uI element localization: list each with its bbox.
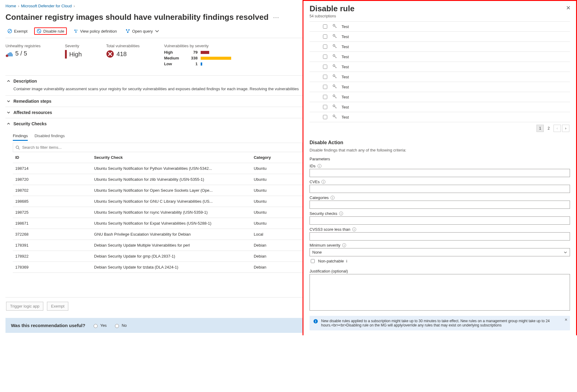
ids-input[interactable] — [310, 169, 570, 177]
section-description[interactable]: Description — [5, 76, 303, 87]
securitychecks-input[interactable] — [310, 216, 570, 225]
info-icon[interactable]: i — [331, 196, 335, 200]
subscription-checkbox[interactable] — [323, 34, 327, 39]
info-icon[interactable]: i — [339, 212, 343, 216]
section-security-checks[interactable]: Security Checks — [5, 118, 303, 129]
more-icon[interactable]: ⋯ — [273, 14, 279, 20]
table-row[interactable]: 178391Debian Security Update Multiple Vu… — [13, 240, 303, 251]
cell-security-check: Ubuntu Security Notification for Python … — [92, 163, 251, 174]
info-icon[interactable]: i — [321, 180, 325, 184]
subscription-row[interactable]: Test — [310, 92, 570, 102]
page-prev[interactable]: ‹ — [554, 125, 561, 132]
close-icon[interactable]: ✕ — [566, 5, 571, 11]
tab-findings[interactable]: Findings — [13, 132, 28, 141]
table-row[interactable]: 198714Ubuntu Security Notification for P… — [13, 163, 303, 174]
col-id[interactable]: ID — [13, 152, 92, 163]
exempt-button-footer[interactable]: Exempt — [47, 302, 68, 311]
findings-search[interactable] — [13, 143, 303, 152]
table-row[interactable]: 372268GNU Bash Privilege Escalation Vuln… — [13, 229, 303, 240]
subscription-checkbox[interactable] — [323, 55, 327, 59]
subscription-checkbox[interactable] — [323, 45, 327, 49]
page-2[interactable]: 2 — [545, 125, 552, 132]
subscription-checkbox[interactable] — [323, 65, 327, 69]
cell-id: 178922 — [13, 251, 92, 262]
table-row[interactable]: 198720Ubuntu Security Notification for z… — [13, 174, 303, 185]
subscription-checkbox[interactable] — [323, 85, 327, 89]
subscription-list: Test Test Test Test Test Test Test Test … — [310, 21, 570, 122]
subscription-name: Test — [342, 85, 349, 89]
cell-category: Ubuntu — [251, 185, 303, 196]
justification-label: Justification (optional) — [310, 269, 348, 273]
feedback-yes[interactable]: Yes — [92, 323, 107, 328]
breadcrumb-mdc[interactable]: Microsoft Defender for Cloud — [21, 4, 72, 8]
cell-security-check: Ubuntu Security Notification for Open Se… — [92, 185, 251, 196]
cves-input[interactable] — [310, 185, 570, 193]
cell-category: Ubuntu — [251, 207, 303, 218]
sev-high-count: 79 — [185, 50, 198, 55]
categories-input[interactable] — [310, 201, 570, 209]
table-row[interactable]: 198725Ubuntu Security Notification for r… — [13, 207, 303, 218]
cell-security-check: Debian Security Update for tzdata (DLA 2… — [92, 262, 251, 273]
subscription-name: Test — [342, 75, 349, 79]
pager: 1 2 ‹ › — [310, 122, 570, 134]
minsev-select[interactable]: None — [310, 248, 570, 256]
table-row[interactable]: 178369Debian Security Update for tzdata … — [13, 262, 303, 273]
cell-id: 198702 — [13, 185, 92, 196]
page-1[interactable]: 1 — [536, 125, 544, 132]
breadcrumb-home[interactable]: Home — [5, 4, 16, 8]
info-icon[interactable]: i — [346, 259, 347, 263]
chevron-down-icon — [7, 99, 10, 103]
subscription-row[interactable]: Test — [310, 112, 570, 122]
table-row[interactable]: 198685Ubuntu Security Notification for G… — [13, 196, 303, 207]
justification-input[interactable] — [310, 274, 570, 311]
subscription-row[interactable]: Test — [310, 52, 570, 62]
chevron-down-icon — [155, 29, 159, 34]
table-row[interactable]: 178922Debian Security Update for gmp (DL… — [13, 251, 303, 262]
info-icon[interactable]: i — [352, 227, 356, 231]
close-icon[interactable]: ✕ — [564, 318, 568, 322]
subscription-row[interactable]: Test — [310, 102, 570, 112]
subscription-row[interactable]: Test — [310, 32, 570, 42]
subscription-row[interactable]: Test — [310, 22, 570, 32]
ids-label: IDs — [310, 164, 316, 168]
sev-high-label: High — [164, 50, 182, 55]
trigger-logic-app-button[interactable]: Trigger logic app — [6, 302, 43, 311]
subscription-checkbox[interactable] — [323, 95, 327, 99]
tab-disabled-findings[interactable]: Disabled findings — [34, 132, 65, 141]
cell-category: Debian — [251, 262, 303, 273]
subscription-row[interactable]: Test — [310, 42, 570, 52]
svg-line-11 — [128, 30, 129, 32]
view-policy-button[interactable]: View policy definition — [72, 27, 119, 35]
key-icon — [332, 54, 337, 60]
metric-value: High — [69, 51, 82, 58]
section-affected[interactable]: Affected resources — [5, 107, 303, 118]
table-row[interactable]: 198671Ubuntu Security Notification for E… — [13, 218, 303, 229]
section-remediation[interactable]: Remediation steps — [5, 96, 303, 107]
subscription-row[interactable]: Test — [310, 62, 570, 72]
cell-id: 178391 — [13, 240, 92, 251]
col-security-check[interactable]: Security Check — [92, 152, 251, 163]
subscription-row[interactable]: Test — [310, 72, 570, 82]
subscription-checkbox[interactable] — [323, 115, 327, 119]
nonpatch-checkbox[interactable] — [311, 259, 315, 263]
metric-label: Total vulnerabilities — [106, 44, 140, 48]
subscription-checkbox[interactable] — [323, 75, 327, 79]
subscription-checkbox[interactable] — [323, 24, 327, 29]
disable-rule-button[interactable]: Disable rule — [34, 27, 67, 35]
command-bar: Exempt Disable rule View policy definiti… — [5, 27, 303, 38]
open-query-button[interactable]: Open query — [124, 27, 161, 35]
subscription-checkbox[interactable] — [323, 105, 327, 109]
subscription-row[interactable]: Test — [310, 82, 570, 92]
svg-line-3 — [38, 30, 40, 32]
info-icon[interactable]: i — [317, 164, 321, 168]
chevron-down-icon — [7, 111, 10, 114]
cvss-input[interactable] — [310, 232, 570, 241]
disable-action-help: Disable findings that match any of the f… — [310, 148, 570, 152]
col-category[interactable]: Category — [251, 152, 303, 163]
search-input[interactable] — [22, 145, 300, 150]
table-row[interactable]: 198702Ubuntu Security Notification for O… — [13, 185, 303, 196]
info-icon[interactable]: i — [342, 243, 346, 247]
feedback-no[interactable]: No — [113, 323, 127, 328]
page-next[interactable]: › — [562, 125, 569, 132]
exempt-button[interactable]: Exempt — [5, 27, 29, 35]
